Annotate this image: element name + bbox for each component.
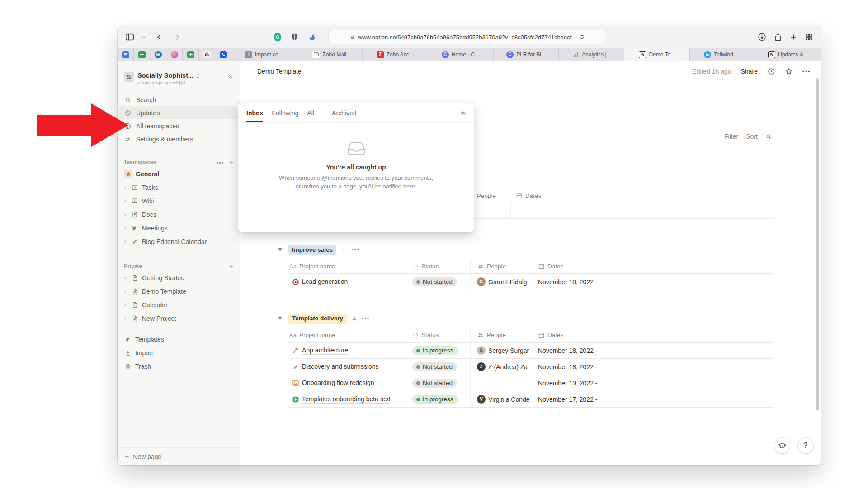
table-row-lead-generation[interactable]: Lead generation Not started G Garrett Fi… bbox=[288, 274, 774, 290]
browser-tab-zoho-acc[interactable]: Z Zoho Acc... bbox=[363, 48, 428, 61]
status-pill[interactable]: Not started bbox=[412, 362, 457, 371]
sidebar-item-meetings[interactable]: Meetings bbox=[118, 221, 240, 235]
share-icon[interactable] bbox=[774, 33, 783, 42]
browser-tab-demo-template[interactable]: N Demo Te... bbox=[624, 48, 690, 61]
new-tab-icon[interactable] bbox=[789, 33, 798, 42]
browser-tab-zoho-mail[interactable]: Zoho Mail bbox=[297, 48, 363, 61]
flame-extension-icon[interactable] bbox=[308, 33, 316, 42]
browser-tab-analytics[interactable]: Analytics |... bbox=[559, 48, 624, 61]
person-name[interactable]: Z (Andrea) Za bbox=[488, 363, 528, 371]
chevron-right-icon[interactable] bbox=[123, 316, 127, 321]
grammarly-extension-icon[interactable]: G bbox=[274, 33, 281, 42]
forward-button[interactable] bbox=[173, 33, 182, 42]
sidebar-item-demo-template[interactable]: Demo Template bbox=[118, 285, 240, 298]
sidebar-item-updates[interactable]: Updates bbox=[118, 106, 240, 119]
project-name[interactable]: Lead generation bbox=[302, 278, 348, 286]
search-database-icon[interactable] bbox=[765, 133, 772, 140]
tab-all[interactable]: All bbox=[307, 104, 314, 122]
teamspaces-add-icon[interactable]: + bbox=[229, 160, 233, 165]
breadcrumb-page-title[interactable]: Demo Template bbox=[257, 68, 302, 75]
share-button[interactable]: Share bbox=[741, 68, 757, 75]
collapse-triangle-icon[interactable] bbox=[278, 248, 283, 252]
column-label[interactable]: Dates bbox=[525, 192, 541, 199]
date-range[interactable]: November 18, 2022 - bbox=[538, 363, 598, 371]
pinned-tab-green-plus-2[interactable] bbox=[183, 48, 199, 61]
browser-tab-plr[interactable]: C PLR for Bl... bbox=[494, 48, 559, 61]
status-pill[interactable]: Not started bbox=[412, 277, 457, 286]
browser-tab-tailwind[interactable]: tw Tailwind -... bbox=[690, 48, 755, 61]
status-pill[interactable]: In progress bbox=[412, 395, 458, 404]
column-label[interactable]: People bbox=[477, 192, 496, 199]
chevron-right-icon[interactable] bbox=[123, 276, 127, 280]
chevron-right-icon[interactable] bbox=[123, 303, 127, 307]
chevron-right-icon[interactable] bbox=[123, 226, 127, 230]
chevron-right-icon[interactable] bbox=[123, 239, 127, 244]
shield-extension-icon[interactable] bbox=[290, 33, 299, 42]
sidebar-item-trash[interactable]: Trash bbox=[118, 360, 240, 373]
sidebar-item-general[interactable]: General bbox=[118, 167, 240, 181]
sidebar-item-templates[interactable]: Templates bbox=[118, 333, 240, 346]
column-label[interactable]: Dates bbox=[547, 263, 563, 270]
sidebar-item-new-project[interactable]: New Project bbox=[118, 312, 240, 325]
sort-button[interactable]: Sort bbox=[746, 133, 758, 140]
browser-tab-updates[interactable]: N Updates &... bbox=[755, 48, 821, 61]
group-more-icon[interactable]: ••• bbox=[352, 247, 359, 253]
tab-archived[interactable]: Archived bbox=[332, 104, 356, 122]
sidebar-item-settings[interactable]: Settings & members bbox=[118, 132, 240, 145]
address-bar[interactable]: www.notion.so/5497cb9a76b54a96a75bdd952b… bbox=[329, 30, 606, 44]
project-name[interactable]: App architecture bbox=[302, 347, 348, 355]
chevron-down-icon[interactable] bbox=[141, 34, 146, 40]
person-name[interactable]: Sergey Surgar bbox=[488, 347, 529, 354]
pinned-tab-green-plus-1[interactable] bbox=[134, 48, 150, 61]
person-name[interactable]: Virginia Conde bbox=[488, 396, 530, 403]
tab-following[interactable]: Following bbox=[272, 104, 298, 122]
table-row-discovery-submissions[interactable]: Discovery and submissions Not started Z … bbox=[288, 359, 774, 375]
pinned-tab-checkers[interactable] bbox=[215, 48, 231, 61]
sidebar-item-import[interactable]: Import bbox=[118, 346, 240, 360]
private-add-icon[interactable]: + bbox=[229, 263, 233, 269]
notifications-settings-gear-icon[interactable] bbox=[460, 109, 467, 117]
notion-academy-button[interactable] bbox=[774, 438, 790, 453]
new-page-button[interactable]: + New page bbox=[118, 447, 240, 465]
sidebar-collapse-icon[interactable] bbox=[226, 73, 234, 80]
chevron-right-icon[interactable] bbox=[123, 199, 127, 203]
project-name[interactable]: Templates onboarding beta test bbox=[302, 395, 390, 404]
column-label[interactable]: Project name bbox=[299, 263, 335, 270]
tab-inbox[interactable]: Inbox bbox=[246, 104, 263, 122]
filter-button[interactable]: Filter bbox=[724, 133, 738, 140]
sidebar-item-blog-editorial-calendar[interactable]: Blog Editorial Calendar bbox=[118, 235, 240, 249]
help-button[interactable]: ? bbox=[798, 438, 813, 453]
sidebar-item-search[interactable]: Search bbox=[118, 93, 240, 106]
workspace-switcher[interactable]: S Socially Sophist... jeanettespencer39@… bbox=[118, 71, 240, 93]
group-name-tag[interactable]: Template delivery bbox=[288, 314, 347, 324]
column-label[interactable]: Status bbox=[421, 332, 439, 338]
group-name-tag[interactable]: Improve sales bbox=[288, 245, 336, 255]
chevron-right-icon[interactable] bbox=[123, 212, 127, 217]
date-range[interactable]: November 17, 2022 - bbox=[538, 396, 598, 403]
status-pill[interactable]: Not started bbox=[412, 379, 457, 388]
date-range[interactable]: November 10, 2022 - bbox=[538, 278, 598, 286]
person-name[interactable]: Garrett Fidalg bbox=[488, 278, 527, 286]
project-name[interactable]: Onboarding flow redesign bbox=[302, 379, 374, 387]
pinned-tab-docs[interactable] bbox=[118, 48, 134, 61]
table-row-app-architecture[interactable]: App architecture In progress S Sergey Su… bbox=[288, 343, 774, 359]
pinned-tab-w-circle[interactable]: W bbox=[150, 48, 166, 61]
status-pill[interactable]: In progress bbox=[412, 346, 458, 355]
project-name[interactable]: Discovery and submissions bbox=[302, 363, 379, 371]
sidebar-item-tasks[interactable]: Tasks bbox=[118, 181, 240, 194]
date-range[interactable]: November 18, 2022 - bbox=[538, 347, 598, 354]
pinned-tab-equalizer[interactable] bbox=[199, 48, 215, 61]
teamspaces-more-icon[interactable]: ••• bbox=[217, 159, 224, 166]
favorite-star-icon[interactable] bbox=[785, 67, 793, 75]
browser-tab-impact[interactable]: I impact.co... bbox=[231, 48, 297, 61]
updates-history-icon[interactable] bbox=[767, 67, 775, 75]
vertical-scrollbar[interactable] bbox=[816, 78, 819, 410]
date-range[interactable]: November 13, 2022 - bbox=[538, 380, 598, 387]
sidebar-item-all-teamspaces[interactable]: All teamspaces bbox=[118, 119, 240, 132]
column-label[interactable]: People bbox=[487, 263, 506, 270]
sidebar-item-docs[interactable]: Docs bbox=[118, 208, 240, 221]
chevron-right-icon[interactable] bbox=[123, 185, 127, 190]
column-label[interactable]: Status bbox=[421, 263, 439, 270]
sidebar-item-getting-started[interactable]: Getting Started bbox=[118, 271, 240, 285]
column-label[interactable]: People bbox=[487, 332, 506, 338]
